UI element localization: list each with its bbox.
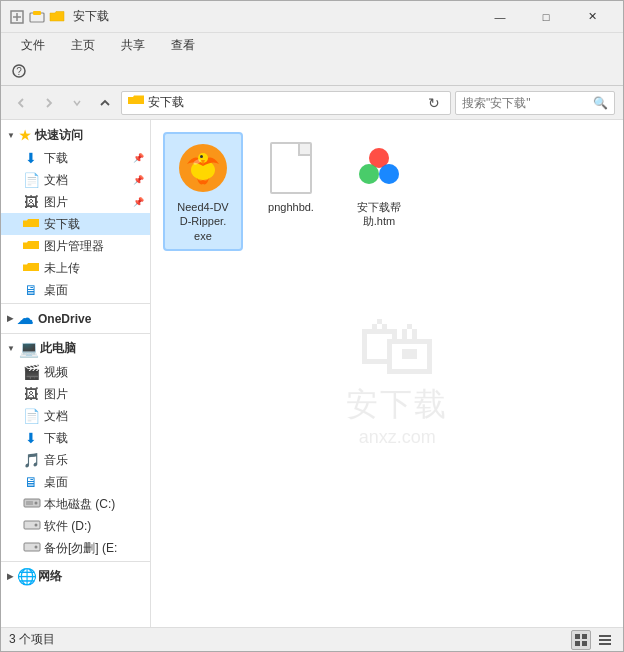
- tab-home[interactable]: 主页: [59, 34, 107, 57]
- forward-button[interactable]: [37, 91, 61, 115]
- view-toggle: [571, 630, 615, 650]
- address-path[interactable]: 安下载 ↻: [121, 91, 451, 115]
- sidebar-onedrive-header[interactable]: ▶ ☁ OneDrive: [1, 306, 150, 331]
- sidebar-item-drive-c[interactable]: 本地磁盘 (C:): [1, 493, 150, 515]
- sidebar-item-download-pc[interactable]: ⬇ 下载: [1, 427, 150, 449]
- back-button[interactable]: [9, 91, 33, 115]
- desktop-icon-pc: 🖥: [23, 474, 39, 490]
- sidebar-network-header[interactable]: ▶ 🌐 网络: [1, 564, 150, 589]
- tab-file[interactable]: 文件: [9, 34, 57, 57]
- sidebar-quick-access-header[interactable]: ▼ ★ 快速访问: [1, 124, 150, 147]
- title-bar-icons: [9, 9, 65, 25]
- sidebar-item-anxz[interactable]: 安下载: [1, 213, 150, 235]
- separator-2: [1, 333, 150, 334]
- recent-locations-button[interactable]: [65, 91, 89, 115]
- search-icon: 🔍: [593, 96, 608, 110]
- svg-rect-12: [24, 543, 40, 551]
- sidebar-item-pics-pc[interactable]: 🖼 图片: [1, 383, 150, 405]
- svg-rect-29: [599, 635, 611, 637]
- status-count: 3 个项目: [9, 631, 55, 648]
- sidebar-item-docs[interactable]: 📄 文档 📌: [1, 169, 150, 191]
- file-label-pnghhbd: pnghhbd.: [268, 200, 314, 214]
- svg-rect-30: [599, 639, 611, 641]
- sidebar-item-pic-manager[interactable]: 图片管理器: [1, 235, 150, 257]
- drive-d-icon: [23, 518, 39, 535]
- sidebar-item-download[interactable]: ⬇ 下载 📌: [1, 147, 150, 169]
- svg-rect-8: [26, 501, 33, 505]
- svg-rect-27: [575, 641, 580, 646]
- status-bar: 3 个项目: [1, 627, 623, 651]
- file-item-need4dvd[interactable]: Need4-DV D-Ripper. exe: [163, 132, 243, 251]
- up-button[interactable]: [93, 91, 117, 115]
- sidebar-thispc-header[interactable]: ▼ 💻 此电脑: [1, 336, 150, 361]
- file-icon-htm: [351, 140, 407, 196]
- grid-view-button[interactable]: [571, 630, 591, 650]
- sidebar-item-desktop-qa[interactable]: 🖥 桌面: [1, 279, 150, 301]
- file-item-htm[interactable]: 安下载帮 助.htm: [339, 132, 419, 251]
- sidebar-item-drive-d[interactable]: 软件 (D:): [1, 515, 150, 537]
- music-icon: 🎵: [23, 452, 39, 468]
- sidebar-anxz-label: 安下载: [44, 216, 80, 233]
- refresh-button-in-path[interactable]: ↻: [424, 93, 444, 113]
- watermark-url: anxz.com: [359, 426, 436, 447]
- ribbon-tabs: 文件 主页 共享 查看: [1, 33, 623, 57]
- ribbon-quick-access-help[interactable]: ?: [9, 61, 29, 81]
- sidebar-item-drive-e[interactable]: 备份[勿删] (E:: [1, 537, 150, 559]
- sidebar-item-music[interactable]: 🎵 音乐: [1, 449, 150, 471]
- sidebar-pics-pc-label: 图片: [44, 386, 68, 403]
- tab-view[interactable]: 查看: [159, 34, 207, 57]
- title-prop-icon: [29, 9, 45, 25]
- pin-icon-docs: 📌: [133, 175, 144, 185]
- search-input[interactable]: [462, 96, 593, 110]
- sidebar-video-label: 视频: [44, 364, 68, 381]
- svg-rect-4: [33, 11, 41, 15]
- ribbon-content: ?: [1, 57, 623, 85]
- sidebar-item-not-uploaded[interactable]: 未上传: [1, 257, 150, 279]
- path-folder-icon: [128, 94, 144, 111]
- onedrive-arrow: ▶: [7, 314, 13, 323]
- sidebar-drive-e-label: 备份[勿删] (E:: [44, 540, 117, 557]
- thispc-arrow: ▼: [7, 344, 15, 353]
- maximize-button[interactable]: □: [523, 1, 569, 33]
- ribbon: 文件 主页 共享 查看 ?: [1, 33, 623, 86]
- sidebar: ▼ ★ 快速访问 ⬇ 下载 📌 📄 文档 📌 🖼 图片 📌: [1, 120, 151, 627]
- svg-point-23: [359, 164, 379, 184]
- svg-point-11: [35, 523, 38, 526]
- close-button[interactable]: ✕: [569, 1, 615, 33]
- sidebar-not-uploaded-label: 未上传: [44, 260, 80, 277]
- pics-icon: 🖼: [23, 194, 39, 210]
- file-area: 🛍 安下载 anxz.com: [151, 120, 623, 627]
- svg-point-17: [200, 155, 203, 158]
- pics-icon-pc: 🖼: [23, 386, 39, 402]
- sidebar-item-pics[interactable]: 🖼 图片 📌: [1, 191, 150, 213]
- sidebar-download-label: 下载: [44, 150, 68, 167]
- watermark: 🛍 安下载 anxz.com: [346, 300, 448, 447]
- sidebar-item-video[interactable]: 🎬 视频: [1, 361, 150, 383]
- docs-icon: 📄: [23, 172, 39, 188]
- separator-3: [1, 561, 150, 562]
- sidebar-pic-manager-label: 图片管理器: [44, 238, 104, 255]
- network-label: 网络: [38, 568, 62, 585]
- svg-point-9: [35, 501, 38, 504]
- list-view-button[interactable]: [595, 630, 615, 650]
- svg-rect-26: [582, 634, 587, 639]
- sidebar-drive-d-label: 软件 (D:): [44, 518, 91, 535]
- title-folder-icon: [49, 9, 65, 25]
- search-bar[interactable]: 🔍: [455, 91, 615, 115]
- file-item-pnghhbd[interactable]: pnghhbd.: [251, 132, 331, 251]
- sidebar-item-desktop-pc[interactable]: 🖥 桌面: [1, 471, 150, 493]
- svg-point-24: [379, 164, 399, 184]
- title-controls: — □ ✕: [477, 1, 615, 33]
- svg-text:?: ?: [16, 66, 22, 77]
- main-content: ▼ ★ 快速访问 ⬇ 下载 📌 📄 文档 📌 🖼 图片 📌: [1, 120, 623, 627]
- tab-share[interactable]: 共享: [109, 34, 157, 57]
- separator-1: [1, 303, 150, 304]
- file-icon-need4dvd: [175, 140, 231, 196]
- computer-icon: 💻: [19, 339, 35, 358]
- sidebar-drive-c-label: 本地磁盘 (C:): [44, 496, 115, 513]
- sidebar-download-pc-label: 下载: [44, 430, 68, 447]
- sidebar-item-docs-pc[interactable]: 📄 文档: [1, 405, 150, 427]
- watermark-icon: 🛍: [357, 300, 437, 392]
- svg-rect-28: [582, 641, 587, 646]
- minimize-button[interactable]: —: [477, 1, 523, 33]
